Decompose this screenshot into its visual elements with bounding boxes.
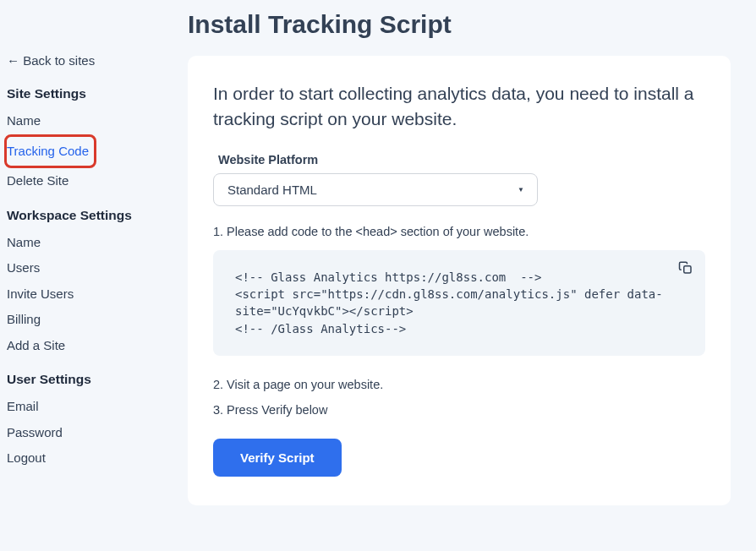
page-title: Install Tracking Script — [188, 10, 731, 39]
user-settings-heading: User Settings — [7, 372, 168, 387]
sidebar: ← Back to sites Site Settings Name Track… — [0, 0, 175, 551]
back-to-sites-link[interactable]: ← Back to sites — [7, 52, 168, 69]
sidebar-item-add-site[interactable]: Add a Site — [7, 333, 168, 359]
main-content: Install Tracking Script In order to star… — [175, 0, 756, 551]
sidebar-item-invite-users[interactable]: Invite Users — [7, 281, 168, 308]
svg-rect-0 — [684, 266, 691, 273]
sidebar-item-name[interactable]: Name — [7, 108, 168, 134]
workspace-settings-heading: Workspace Settings — [7, 208, 168, 223]
verify-script-button[interactable]: Verify Script — [213, 439, 342, 477]
site-settings-heading: Site Settings — [7, 86, 168, 101]
platform-select-wrapper: Standard HTML ▼ — [213, 173, 538, 206]
install-card: In order to start collecting analytics d… — [188, 56, 731, 505]
sidebar-item-password[interactable]: Password — [7, 420, 168, 446]
step-2-text: 2. Visit a page on your website. — [213, 378, 705, 391]
sidebar-item-tracking-code[interactable]: Tracking Code — [7, 139, 89, 165]
tracking-code-highlight: Tracking Code — [4, 134, 96, 169]
step-3-text: 3. Press Verify below — [213, 403, 705, 417]
step-1-text: 1. Please add code to the <head> section… — [213, 225, 705, 238]
sidebar-item-billing[interactable]: Billing — [7, 307, 168, 333]
code-block: <!-- Glass Analytics https://gl8ss.com -… — [213, 250, 705, 356]
copy-icon[interactable] — [678, 260, 695, 277]
sidebar-item-logout[interactable]: Logout — [7, 445, 168, 472]
platform-select[interactable]: Standard HTML — [213, 173, 538, 206]
sidebar-item-delete-site[interactable]: Delete Site — [7, 168, 168, 194]
sidebar-item-email[interactable]: Email — [7, 394, 168, 420]
sidebar-item-users[interactable]: Users — [7, 255, 168, 281]
sidebar-item-workspace-name[interactable]: Name — [7, 230, 168, 256]
platform-label: Website Platform — [218, 153, 705, 166]
intro-text: In order to start collecting analytics d… — [213, 81, 705, 133]
code-snippet[interactable]: <!-- Glass Analytics https://gl8ss.com -… — [235, 269, 663, 337]
